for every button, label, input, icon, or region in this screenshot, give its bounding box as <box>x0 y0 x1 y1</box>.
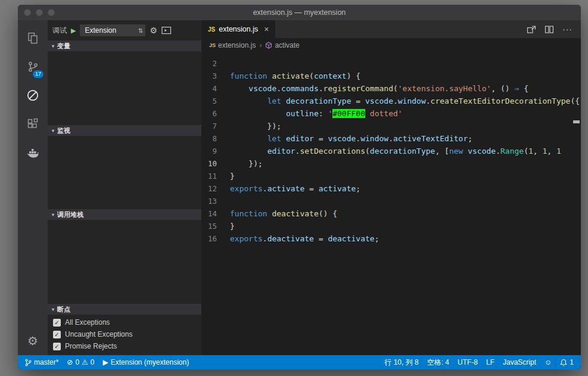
zoom-window-button[interactable] <box>48 9 55 16</box>
code-line[interactable]: 16exports.deactivate = deactivate; <box>201 232 581 245</box>
debug-run-item[interactable]: ▶ Extension (myextension) <box>103 358 189 366</box>
encoding-label: UTF-8 <box>458 358 478 366</box>
more-actions-button[interactable]: ··· <box>562 24 573 34</box>
debug-run-label: Extension (myextension) <box>111 358 189 366</box>
encoding-item[interactable]: UTF-8 <box>458 358 478 366</box>
call-stack-section-header[interactable]: ▾ 调用堆栈 <box>48 209 201 220</box>
code-line[interactable]: 8 let editor = vscode.window.activeTextE… <box>201 132 581 145</box>
debug-config-value: Extension <box>85 26 116 35</box>
minimize-window-button[interactable] <box>36 9 43 16</box>
breadcrumb-symbol[interactable]: activate <box>265 41 299 49</box>
breakpoint-checkbox[interactable]: ✓ <box>53 319 61 327</box>
code-line[interactable]: 12exports.activate = activate; <box>201 182 581 195</box>
debug-icon <box>26 88 40 102</box>
line-number[interactable]: 10 <box>201 157 230 170</box>
line-text: } <box>230 220 235 232</box>
breakpoint-item[interactable]: ✓All Exceptions <box>48 316 201 328</box>
code-line[interactable]: 9 editor.setDecorations(decorationType, … <box>201 145 581 157</box>
code-line[interactable]: 10 }); <box>201 157 581 170</box>
indentation-item[interactable]: 空格: 4 <box>427 358 449 368</box>
breakpoint-checkbox[interactable]: ✓ <box>53 331 61 338</box>
watch-section-label: 监视 <box>57 126 70 135</box>
debug-config-select[interactable]: Extension ⇅ <box>80 24 145 36</box>
settings-button[interactable]: ⚙ <box>18 327 48 355</box>
line-number[interactable]: 12 <box>201 182 230 195</box>
code-line[interactable]: 7 }); <box>201 120 581 132</box>
language-label: JavaScript <box>503 358 536 366</box>
extensions-activity-button[interactable] <box>18 110 48 138</box>
line-number[interactable]: 16 <box>201 232 230 245</box>
code-line[interactable]: 6 outline: '#00FF00 dotted' <box>201 107 581 120</box>
desktop: extension.js — myextension 17 <box>0 0 588 376</box>
problems-item[interactable]: ⊘ 0 ⚠ 0 <box>67 358 94 366</box>
editor-actions: ··· <box>527 20 581 38</box>
close-window-button[interactable] <box>24 9 31 16</box>
close-tab-icon[interactable]: × <box>264 24 269 34</box>
cursor-position-item[interactable]: 行 10, 列 8 <box>384 358 418 368</box>
debug-console-button[interactable] <box>161 26 172 35</box>
line-number[interactable]: 15 <box>201 220 230 232</box>
play-icon: ▶ <box>103 358 108 366</box>
code-line[interactable]: 11} <box>201 170 581 182</box>
extensions-icon <box>26 117 40 131</box>
tab-extension-js[interactable]: JS extension.js × <box>201 20 275 38</box>
line-number[interactable]: 7 <box>201 120 230 132</box>
variables-section-header[interactable]: ▾ 变量 <box>48 41 201 51</box>
code-line[interactable]: 5 let decorationType = vscode.window.cre… <box>201 95 581 107</box>
window-controls <box>24 5 55 20</box>
feedback-item[interactable]: ☺ <box>545 358 552 366</box>
start-debug-button[interactable]: ▶ <box>71 27 76 35</box>
line-number[interactable]: 5 <box>201 95 230 107</box>
open-preview-button[interactable] <box>527 25 536 34</box>
breakpoint-label: Promise Rejects <box>65 342 117 350</box>
code-line[interactable]: 3function activate(context) { <box>201 70 581 82</box>
git-branch-item[interactable]: master* <box>25 358 58 366</box>
code-editor[interactable]: 23function activate(context) {4 vscode.c… <box>201 52 581 355</box>
split-editor-button[interactable] <box>545 25 554 34</box>
window-title: extension.js — myextension <box>253 8 346 17</box>
line-number[interactable]: 11 <box>201 170 230 182</box>
line-number[interactable]: 14 <box>201 207 230 220</box>
code-line[interactable]: 15} <box>201 220 581 232</box>
breakpoints-section-label: 断点 <box>57 305 70 314</box>
source-control-activity-button[interactable]: 17 <box>18 52 48 81</box>
breakpoint-item[interactable]: ✓Promise Rejects <box>48 340 201 352</box>
line-number[interactable]: 9 <box>201 145 230 157</box>
docker-activity-button[interactable] <box>18 138 48 167</box>
debug-toolbar: 调试 ▶ Extension ⇅ ⚙ <box>48 20 201 41</box>
breakpoint-item[interactable]: ✓Uncaught Exceptions <box>48 328 201 340</box>
notification-count: 1 <box>570 358 574 366</box>
language-mode-item[interactable]: JavaScript <box>503 358 536 366</box>
breakpoints-section-header[interactable]: ▾ 断点 <box>48 304 201 315</box>
smiley-icon: ☺ <box>545 358 552 366</box>
line-number[interactable]: 4 <box>201 82 230 95</box>
line-text: let decorationType = vscode.window.creat… <box>230 95 580 107</box>
line-text: exports.deactivate = deactivate; <box>230 232 379 245</box>
cursor-position-label: 行 10, 列 8 <box>384 358 418 368</box>
notifications-item[interactable]: 1 <box>560 358 574 366</box>
code-line[interactable]: 13 <box>201 195 581 207</box>
line-number[interactable]: 8 <box>201 132 230 145</box>
line-number[interactable]: 6 <box>201 107 230 120</box>
activity-bar: 17 ⚙ <box>18 20 48 355</box>
eol-item[interactable]: LF <box>486 358 494 366</box>
line-number[interactable]: 3 <box>201 70 230 82</box>
eol-label: LF <box>486 358 494 366</box>
watch-section-header[interactable]: ▾ 监视 <box>48 125 201 136</box>
line-number[interactable]: 13 <box>201 195 230 207</box>
code-lines: 23function activate(context) {4 vscode.c… <box>201 57 581 245</box>
call-stack-section-body <box>48 220 201 304</box>
debug-activity-button[interactable] <box>18 81 48 110</box>
status-bar-right: 行 10, 列 8 空格: 4 UTF-8 LF JavaScript ☺ <box>384 358 574 368</box>
code-line[interactable]: 4 vscode.commands.registerCommand('exten… <box>201 82 581 95</box>
breakpoint-checkbox[interactable]: ✓ <box>53 343 61 350</box>
call-stack-section-label: 调用堆栈 <box>57 210 83 219</box>
explorer-activity-button[interactable] <box>18 24 48 52</box>
code-line[interactable]: 2 <box>201 57 581 70</box>
chevron-down-icon: ▾ <box>52 307 54 312</box>
docker-icon <box>25 146 41 159</box>
code-line[interactable]: 14function deactivate() { <box>201 207 581 220</box>
line-number[interactable]: 2 <box>201 57 230 70</box>
configure-launch-button[interactable]: ⚙ <box>150 26 157 35</box>
breadcrumb-file[interactable]: JS extension.js <box>209 41 256 49</box>
